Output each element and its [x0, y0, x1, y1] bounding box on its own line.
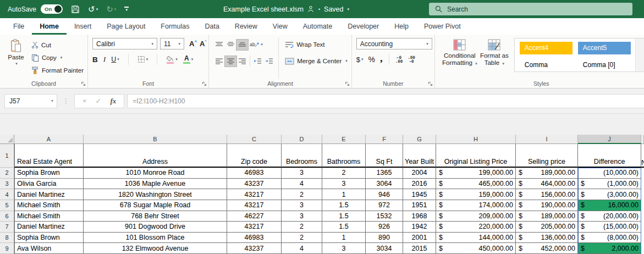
comma-style-button[interactable]: ,	[380, 56, 383, 61]
cell-A8[interactable]: Sophia Brown	[14, 233, 84, 244]
cell-F1[interactable]: Sq Ft	[366, 144, 403, 168]
row-header-8[interactable]: 8	[0, 233, 14, 244]
cell-F2[interactable]: 1365	[366, 168, 403, 179]
column-header-H[interactable]: H	[436, 135, 516, 144]
cell-B1[interactable]: Address	[84, 144, 227, 168]
cell-D3[interactable]: 4	[282, 179, 322, 190]
tab-insert[interactable]: Insert	[67, 18, 99, 35]
tab-home[interactable]: Home	[32, 18, 67, 35]
column-header-partial[interactable]	[641, 135, 644, 144]
cell-E9[interactable]: 3	[322, 243, 366, 254]
row-header-7[interactable]: 7	[0, 222, 14, 233]
tab-automate[interactable]: Automate	[295, 18, 340, 35]
tab-formulas[interactable]: Formulas	[153, 18, 197, 35]
cell-G8[interactable]: 2001	[403, 233, 436, 244]
row-header-6[interactable]: 6	[0, 211, 14, 222]
cell-G1[interactable]: Year Built	[403, 144, 436, 168]
cell-H6[interactable]: $209,000.00	[436, 211, 516, 222]
italic-button[interactable]: I	[103, 55, 106, 64]
tab-data[interactable]: Data	[197, 18, 227, 35]
cell-H8[interactable]: $144,000.00	[436, 233, 516, 244]
cell-B5[interactable]: 678 Sugar Maple Road	[84, 200, 227, 211]
row-header-3[interactable]: 3	[0, 179, 14, 190]
cell-D4[interactable]: 2	[282, 189, 322, 200]
cell-C5[interactable]: 43217	[227, 200, 282, 211]
cell-I5[interactable]: $190,000.00	[516, 200, 578, 211]
cell-B2[interactable]: 1010 Monroe Road	[84, 168, 227, 179]
save-button[interactable]	[71, 5, 80, 14]
cell-D7[interactable]: 2	[282, 222, 322, 233]
cell-C2[interactable]: 46983	[227, 168, 282, 179]
cell-D8[interactable]: 2	[282, 233, 322, 244]
decrease-indent-button[interactable]	[252, 56, 263, 67]
cell-E6[interactable]: 1.5	[322, 211, 366, 222]
bottom-align-button[interactable]	[236, 40, 248, 50]
row-header-9[interactable]: 9	[0, 243, 14, 254]
cell-D5[interactable]: 3	[282, 200, 322, 211]
fill-color-button[interactable]: ▾	[166, 56, 178, 64]
cell-G6[interactable]: 1968	[403, 211, 436, 222]
cell-I6[interactable]: $189,000.00	[516, 211, 578, 222]
cell-C7[interactable]: 43217	[227, 222, 282, 233]
cell-I4[interactable]: $156,000.00	[516, 189, 578, 200]
cell-H4[interactable]: $159,000.00	[436, 189, 516, 200]
cell-A9[interactable]: Ava Wilson	[14, 243, 84, 254]
cell-J4[interactable]: $(3,000.00)	[578, 189, 641, 200]
tab-help[interactable]: Help	[387, 18, 416, 35]
decrease-font-size-button[interactable]: Aˇ	[200, 40, 206, 48]
center-button[interactable]	[225, 56, 236, 67]
cell-H9[interactable]: $450,000.00	[436, 243, 516, 254]
cell-H3[interactable]: $465,000.00	[436, 179, 516, 190]
cell-A1[interactable]: Real Estate Agent	[14, 144, 84, 168]
column-header-A[interactable]: A	[14, 135, 84, 144]
name-box[interactable]: J57 ▾	[4, 94, 57, 108]
cell-D6[interactable]: 3	[282, 211, 322, 222]
autosave-toggle[interactable]: On	[41, 4, 63, 14]
copy-button[interactable]: Copy ▾	[30, 52, 85, 63]
increase-indent-button[interactable]	[263, 56, 275, 67]
cell-G3[interactable]: 2016	[403, 179, 436, 190]
paste-button[interactable]: Paste ▾	[4, 38, 27, 79]
cell-F3[interactable]: 3064	[366, 179, 403, 190]
font-name-select[interactable]: Calibri ▾	[92, 38, 157, 49]
select-all-button[interactable]	[0, 135, 14, 144]
row-header-2[interactable]: 2	[0, 168, 14, 179]
enter-icon[interactable]: ✓	[96, 97, 102, 105]
cell-B6[interactable]: 768 Behr Street	[84, 211, 227, 222]
cell-G4[interactable]: 1945	[403, 189, 436, 200]
cell-G2[interactable]: 2004	[403, 168, 436, 179]
row-header-4[interactable]: 4	[0, 189, 14, 200]
cell-I7[interactable]: $205,000.00	[516, 222, 578, 233]
column-header-F[interactable]: F	[366, 135, 403, 144]
cell-I9[interactable]: $452,000.00	[516, 243, 578, 254]
clipboard-dialog-launcher-icon[interactable]	[81, 81, 86, 86]
cell-J9[interactable]: $2,000.00	[578, 243, 641, 254]
cell-B4[interactable]: 1820 Washington Street	[84, 189, 227, 200]
cell-G7[interactable]: 1942	[403, 222, 436, 233]
font-dialog-launcher-icon[interactable]	[202, 81, 207, 86]
cell-C9[interactable]: 43237	[227, 243, 282, 254]
cell-C4[interactable]: 43217	[227, 189, 282, 200]
tab-page-layout[interactable]: Page Layout	[99, 18, 153, 35]
cell-E7[interactable]: 1.5	[322, 222, 366, 233]
cell-A5[interactable]: Michael Smith	[14, 200, 84, 211]
align-right-button[interactable]	[236, 56, 248, 67]
cell-H1[interactable]: Original Listing Price	[436, 144, 516, 168]
cell-F6[interactable]: 1532	[366, 211, 403, 222]
cell-I8[interactable]: $136,000.00	[516, 233, 578, 244]
cancel-icon[interactable]: ×	[82, 97, 87, 105]
font-size-select[interactable]: 11 ▾	[160, 38, 184, 49]
underline-button[interactable]: U▾	[111, 56, 119, 63]
number-format-select[interactable]: Accounting ▾	[356, 38, 432, 49]
cell-C3[interactable]: 43237	[227, 179, 282, 190]
increase-decimal-button[interactable]: ←0.00	[395, 56, 403, 64]
cell-E8[interactable]: 1	[322, 233, 366, 244]
cell-D9[interactable]: 4	[282, 243, 322, 254]
redo-button[interactable]: ↻▾	[106, 5, 116, 13]
cell-E4[interactable]: 1	[322, 189, 366, 200]
middle-align-button[interactable]	[225, 40, 236, 50]
cell-B9[interactable]: 132 Elmwood Avenue	[84, 243, 227, 254]
cell-G5[interactable]: 1951	[403, 200, 436, 211]
tab-view[interactable]: View	[265, 18, 295, 35]
cell-D1[interactable]: Bedrooms	[282, 144, 322, 168]
